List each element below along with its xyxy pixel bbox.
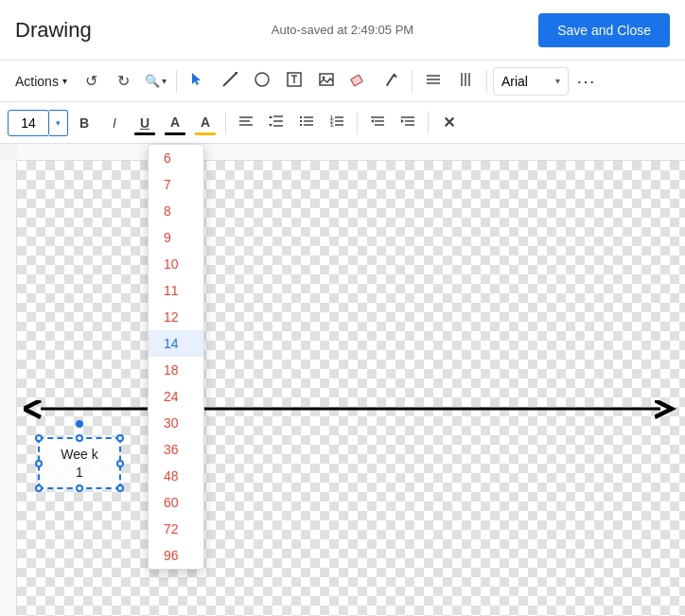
align-vertical-icon xyxy=(457,71,474,92)
font-size-option-48[interactable]: 48 xyxy=(149,463,203,489)
ordered-list-button[interactable]: 1.2.3. xyxy=(323,109,351,137)
svg-rect-9 xyxy=(351,75,363,86)
font-size-option-8[interactable]: 8 xyxy=(149,198,203,224)
canvas-background[interactable] xyxy=(17,161,685,616)
undo-icon: ↺ xyxy=(85,72,97,90)
app-header: Drawing Auto-saved at 2:49:05 PM Save an… xyxy=(0,0,685,61)
eraser-tool-button[interactable] xyxy=(343,66,374,97)
textbox-tool-button[interactable] xyxy=(279,66,309,97)
font-size-dropdown-button[interactable]: ▾ xyxy=(49,110,68,136)
tb2-divider-1 xyxy=(225,112,226,134)
font-size-control[interactable]: ▾ xyxy=(8,110,68,136)
font-size-option-72[interactable]: 72 xyxy=(149,516,203,542)
line-tool-button[interactable] xyxy=(215,66,245,97)
handle-middle-right[interactable] xyxy=(116,460,124,467)
font-color-bar xyxy=(165,132,185,135)
shape-tool-button[interactable] xyxy=(247,66,277,97)
text-box-line1: Wee k xyxy=(61,447,97,462)
shapes-icon xyxy=(254,71,271,92)
font-size-option-11[interactable]: 11 xyxy=(149,277,203,304)
indent-increase-button[interactable] xyxy=(394,109,422,137)
svg-text:3.: 3. xyxy=(330,122,335,128)
list-icon xyxy=(299,114,314,132)
line-icon xyxy=(221,71,238,92)
pencil-tool-button[interactable] xyxy=(376,66,406,97)
handle-bottom-center[interactable] xyxy=(76,484,83,492)
text-box-element[interactable]: Wee k 1 xyxy=(38,437,121,489)
align-vertical-button[interactable] xyxy=(450,66,481,97)
svg-line-1 xyxy=(223,73,237,86)
eraser-icon xyxy=(350,71,367,92)
svg-marker-42 xyxy=(371,119,374,123)
list-button[interactable] xyxy=(292,109,321,137)
app-title: Drawing xyxy=(15,18,92,43)
font-size-option-96[interactable]: 96 xyxy=(149,542,203,569)
font-size-option-7[interactable]: 7 xyxy=(149,171,203,198)
font-size-option-14[interactable]: 14 xyxy=(149,330,203,357)
textbox-icon xyxy=(286,71,303,92)
indent-decrease-button[interactable] xyxy=(363,109,392,137)
handle-bottom-right[interactable] xyxy=(116,484,124,492)
font-color-icon: A xyxy=(170,114,180,130)
handle-bottom-left[interactable] xyxy=(35,484,43,492)
font-size-chevron-icon: ▾ xyxy=(56,118,61,128)
font-size-option-12[interactable]: 12 xyxy=(149,304,203,330)
svg-rect-30 xyxy=(300,116,302,118)
font-size-input[interactable] xyxy=(8,110,49,136)
line-spacing-icon xyxy=(269,114,284,132)
font-size-option-36[interactable]: 36 xyxy=(149,436,203,463)
font-family-selector[interactable]: Arial ▾ xyxy=(493,67,569,96)
font-size-option-30[interactable]: 30 xyxy=(149,410,203,436)
svg-point-3 xyxy=(255,73,269,86)
handle-top-center[interactable] xyxy=(76,434,83,442)
highlight-color-bar xyxy=(195,132,216,135)
text-align-icon xyxy=(238,114,254,132)
svg-marker-46 xyxy=(401,119,404,123)
font-size-option-60[interactable]: 60 xyxy=(149,489,203,516)
more-options-button[interactable]: ⋯ xyxy=(571,66,601,97)
align-horizontal-icon xyxy=(425,71,442,92)
undo-button[interactable]: ↺ xyxy=(77,66,107,97)
font-size-option-9[interactable]: 9 xyxy=(149,224,203,251)
clear-format-button[interactable]: ✕ xyxy=(434,109,463,137)
ordered-list-icon: 1.2.3. xyxy=(329,114,344,132)
underline-button-wrap[interactable]: U xyxy=(131,109,159,137)
actions-chevron-icon: ▾ xyxy=(62,76,67,86)
svg-marker-0 xyxy=(192,73,201,85)
svg-marker-26 xyxy=(269,124,272,127)
highlight-button[interactable]: A xyxy=(191,109,220,137)
clear-format-icon: ✕ xyxy=(443,114,455,132)
font-color-button[interactable]: A xyxy=(161,109,189,137)
handle-rotate[interactable] xyxy=(76,420,83,428)
italic-button[interactable]: I xyxy=(100,109,129,137)
ruler-vertical xyxy=(0,161,17,616)
actions-label: Actions xyxy=(15,74,59,89)
canvas-area[interactable]: Wee k 1 xyxy=(0,144,685,616)
line-spacing-button[interactable] xyxy=(262,109,290,137)
toolbar-divider-2 xyxy=(412,70,413,93)
font-family-label: Arial xyxy=(501,74,528,89)
handle-top-right[interactable] xyxy=(116,434,124,442)
tb2-divider-3 xyxy=(428,112,429,134)
align-horizontal-button[interactable] xyxy=(418,66,448,97)
svg-marker-25 xyxy=(269,115,272,118)
redo-button[interactable]: ↻ xyxy=(109,66,139,97)
image-tool-button[interactable] xyxy=(311,66,342,97)
highlight-icon: A xyxy=(201,114,210,130)
actions-menu-button[interactable]: Actions ▾ xyxy=(8,66,75,97)
font-size-option-24[interactable]: 24 xyxy=(149,383,203,410)
font-size-option-6[interactable]: 6 xyxy=(149,145,203,171)
redo-icon: ↻ xyxy=(117,72,130,90)
save-close-button[interactable]: Save and Close xyxy=(538,13,670,47)
toolbar-divider-3 xyxy=(486,70,487,93)
font-size-option-10[interactable]: 10 xyxy=(149,251,203,277)
select-tool-button[interactable] xyxy=(183,66,213,97)
font-size-option-18[interactable]: 18 xyxy=(149,357,203,383)
text-box-content: Wee k 1 xyxy=(61,446,97,480)
zoom-button[interactable]: 🔍 ▾ xyxy=(141,66,170,97)
text-align-button[interactable] xyxy=(232,109,260,137)
handle-middle-left[interactable] xyxy=(35,460,43,467)
more-icon: ⋯ xyxy=(576,70,595,93)
bold-button[interactable]: B xyxy=(70,109,98,137)
handle-top-left[interactable] xyxy=(35,434,43,442)
